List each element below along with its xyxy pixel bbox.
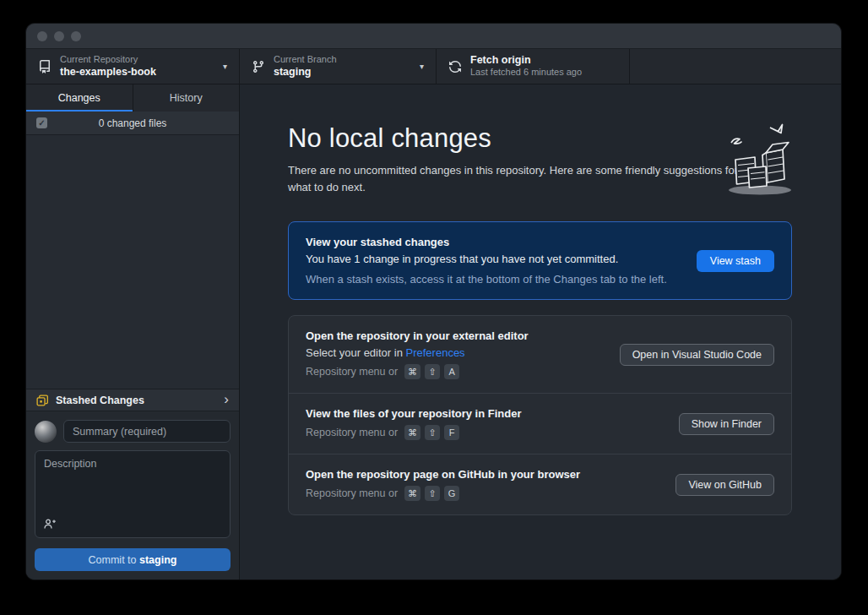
current-repository-value: the-examples-book: [60, 66, 214, 79]
chevron-down-icon: ▾: [420, 62, 424, 71]
changes-list[interactable]: [26, 135, 239, 389]
fetch-origin-title: Fetch origin: [470, 54, 617, 68]
current-branch-value: staging: [274, 66, 411, 79]
stashed-changes-card: View your stashed changes You have 1 cha…: [288, 221, 792, 300]
summary-input[interactable]: [63, 420, 231, 443]
letter-key-chip: G: [444, 486, 459, 501]
commit-button-prefix: Commit to: [89, 554, 139, 566]
suggestion-title: Open the repository page on GitHub in yo…: [306, 468, 659, 481]
current-branch-label: Current Branch: [274, 54, 411, 66]
suggestions-list: Open the repository in your external edi…: [288, 315, 792, 515]
description-input[interactable]: [35, 451, 230, 519]
commit-button[interactable]: Commit to staging: [35, 548, 231, 571]
suggestion-show-in-finder: View the files of your repository in Fin…: [289, 393, 791, 454]
shift-key-chip: ⇧: [425, 364, 440, 379]
content: Changes History ✓ 0 changed files: [26, 84, 841, 580]
minimize-button[interactable]: [54, 31, 64, 41]
toolbar: Current Repository the-examples-book ▾ C…: [26, 49, 841, 84]
preferences-link[interactable]: Preferences: [406, 346, 465, 359]
fetch-origin-subtitle: Last fetched 6 minutes ago: [470, 67, 617, 79]
avatar: [35, 421, 57, 443]
shortcut-prefix: Repository menu or: [306, 487, 398, 499]
stashed-changes-row[interactable]: Stashed Changes ›: [26, 389, 239, 411]
cmd-key-chip: ⌘: [404, 425, 420, 440]
cmd-key-chip: ⌘: [404, 364, 420, 379]
sidebar-tabs: Changes History: [26, 84, 239, 112]
changed-files-header: ✓ 0 changed files: [26, 112, 239, 135]
person-add-icon: [43, 517, 57, 531]
changed-files-count: 0 changed files: [47, 117, 229, 129]
tab-changes[interactable]: Changes: [26, 84, 133, 112]
stash-card-title: View your stashed changes: [306, 236, 680, 248]
sync-icon: [448, 60, 462, 73]
tab-history-label: History: [170, 92, 203, 104]
shortcut-prefix: Repository menu or: [306, 366, 398, 378]
stashed-changes-label: Stashed Changes: [56, 395, 217, 406]
current-branch-dropdown[interactable]: Current Branch staging ▾: [240, 49, 437, 84]
commit-form: Commit to staging: [26, 411, 239, 580]
open-in-editor-button[interactable]: Open in Visual Studio Code: [620, 344, 774, 366]
suggestion-external-editor: Open the repository in your external edi…: [289, 316, 791, 393]
suggestion-title: Open the repository in your external edi…: [306, 329, 603, 342]
chevron-right-icon: ›: [224, 392, 229, 406]
add-coauthor-button[interactable]: [42, 516, 57, 531]
letter-key-chip: A: [444, 364, 459, 379]
shortcut-prefix: Repository menu or: [306, 427, 398, 438]
stash-card-body: You have 1 change in progress that you h…: [306, 253, 680, 265]
close-button[interactable]: [37, 31, 47, 41]
app-window: Current Repository the-examples-book ▾ C…: [26, 24, 841, 580]
stash-icon: [36, 394, 49, 406]
titlebar: [26, 24, 841, 49]
paper-stack-illustration: [718, 122, 797, 199]
stash-card-note: When a stash exists, access it at the bo…: [306, 273, 680, 286]
tab-history[interactable]: History: [133, 84, 240, 112]
show-in-finder-button[interactable]: Show in Finder: [679, 413, 774, 435]
current-repository-label: Current Repository: [60, 54, 214, 66]
page-title: No local changes: [288, 123, 792, 154]
zoom-button[interactable]: [71, 31, 81, 41]
main-panel: No local changes There are no uncommitte…: [240, 84, 841, 580]
commit-button-branch: staging: [139, 554, 176, 566]
suggestion-title: View the files of your repository in Fin…: [306, 407, 662, 420]
sidebar: Changes History ✓ 0 changed files: [26, 84, 240, 580]
git-branch-icon: [252, 60, 265, 73]
letter-key-chip: F: [444, 425, 459, 440]
description-box: [35, 450, 231, 538]
checkmark-icon: ✓: [38, 118, 45, 128]
suggestion-view-on-github: Open the repository page on GitHub in yo…: [289, 454, 791, 514]
cmd-key-chip: ⌘: [404, 486, 420, 501]
current-repository-dropdown[interactable]: Current Repository the-examples-book ▾: [26, 49, 240, 84]
view-on-github-button[interactable]: View on GitHub: [675, 474, 774, 496]
select-all-checkbox[interactable]: ✓: [36, 117, 47, 128]
page-subtitle: There are no uncommitted changes in this…: [288, 162, 739, 196]
repo-icon: [38, 60, 52, 73]
editor-line-prefix: Select your editor in: [306, 346, 406, 359]
shift-key-chip: ⇧: [425, 486, 440, 501]
fetch-origin-button[interactable]: Fetch origin Last fetched 6 minutes ago: [437, 49, 630, 84]
chevron-down-icon: ▾: [223, 62, 227, 71]
tab-changes-label: Changes: [58, 92, 100, 104]
toolbar-spacer: [630, 49, 841, 84]
view-stash-button[interactable]: View stash: [697, 250, 774, 272]
shift-key-chip: ⇧: [425, 425, 440, 440]
